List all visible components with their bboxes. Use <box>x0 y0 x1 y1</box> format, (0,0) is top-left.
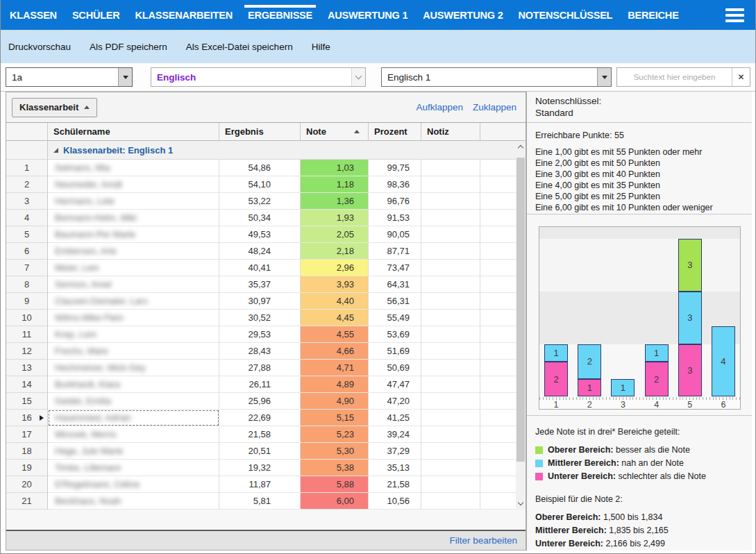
table-row[interactable]: 20D'Regelmann, Céline11,875,8821,58 <box>6 476 526 493</box>
menu-item-hilfe[interactable]: Hilfe <box>312 42 330 52</box>
note-cell[interactable]: 2,05 <box>301 226 369 243</box>
notiz-cell[interactable] <box>421 326 480 343</box>
exam-combobox[interactable]: Englisch 1 <box>381 67 612 87</box>
note-cell[interactable]: 4,71 <box>301 360 369 376</box>
search-input[interactable]: Suchtext hier eingeben ✕ <box>616 67 750 87</box>
ergebnis-cell[interactable]: 50,34 <box>219 210 301 226</box>
notiz-cell[interactable] <box>421 210 480 226</box>
ergebnis-cell[interactable]: 54,10 <box>219 176 301 193</box>
note-cell[interactable]: 2,18 <box>301 243 369 260</box>
ergebnis-cell[interactable]: 40,41 <box>219 260 301 276</box>
prozent-cell[interactable]: 47,47 <box>369 376 421 393</box>
bar-segment-blue[interactable]: 1 <box>645 344 669 362</box>
table-row[interactable]: 14Burkhardt, Klara26,114,8947,47 <box>6 376 526 393</box>
tab-auswertung-1[interactable]: AUSWERTUNG 1 <box>320 0 415 30</box>
group-header-row[interactable]: Klassenarbeit: Englisch 1 <box>6 141 526 160</box>
class-combobox-dropdown-button[interactable] <box>118 68 132 86</box>
student-name-cell[interactable]: Hechmeiser, Mick-Gey <box>48 360 219 376</box>
ergebnis-cell[interactable]: 48,24 <box>219 243 301 260</box>
header-note[interactable]: Note <box>301 123 369 141</box>
notiz-cell[interactable] <box>421 160 480 176</box>
subject-combobox-dropdown-button[interactable] <box>351 68 365 86</box>
note-cell[interactable]: 4,89 <box>301 376 369 393</box>
group-by-klassenarbeit-button[interactable]: Klassenarbeit <box>12 98 97 117</box>
student-name-cell[interactable]: Hege, Jule Marie <box>48 443 219 460</box>
bar-segment-pink[interactable]: 2 <box>645 362 669 397</box>
student-name-cell[interactable]: Beckhaus, Noah <box>48 493 219 510</box>
table-row[interactable]: 2Neumeder, Amdt54,101,1898,36 <box>6 176 526 193</box>
note-cell[interactable]: 5,15 <box>301 410 369 426</box>
table-row[interactable]: 3Hermann, Lete53,221,3696,76 <box>6 193 526 210</box>
menu-item-als-pdf-speichern[interactable]: Als PDF speichern <box>90 42 167 52</box>
header-notiz[interactable]: Notiz <box>421 123 480 141</box>
table-row[interactable]: 15Gelder, Emilia25,964,9047,20 <box>6 393 526 410</box>
tab-auswertung-2[interactable]: AUSWERTUNG 2 <box>415 0 510 30</box>
tab-ergebnisse[interactable]: ERGEBNISSE <box>240 0 320 30</box>
collapse-all-link[interactable]: Zuklappen <box>473 102 516 112</box>
ergebnis-cell[interactable]: 19,32 <box>219 460 301 476</box>
note-cell[interactable]: 5,30 <box>301 443 369 460</box>
notiz-cell[interactable] <box>421 426 480 443</box>
notiz-cell[interactable] <box>421 243 480 260</box>
edit-filter-link[interactable]: Filter bearbeiten <box>449 535 517 546</box>
notiz-cell[interactable] <box>421 360 480 376</box>
menu-item-als-excel-datei-speichern[interactable]: Als Excel-Datei speichern <box>186 42 293 52</box>
ergebnis-cell[interactable]: 20,51 <box>219 443 301 460</box>
bar-segment-blue[interactable]: 1 <box>611 379 635 396</box>
expand-all-link[interactable]: Aufklappen <box>416 102 463 112</box>
student-name-cell[interactable]: Mirosek, Merris <box>48 426 219 443</box>
group-expander-icon[interactable] <box>53 148 58 153</box>
notiz-cell[interactable] <box>421 276 480 293</box>
student-name-cell[interactable]: Frechs, Mare <box>48 343 219 360</box>
note-cell[interactable]: 4,40 <box>301 293 369 310</box>
student-name-cell[interactable]: Bermann-Helm, Mikl <box>48 210 219 226</box>
scroll-down-button[interactable] <box>516 498 526 510</box>
hamburger-menu-icon[interactable] <box>725 0 744 30</box>
bar-segment-pink[interactable]: 3 <box>678 344 702 397</box>
note-cell[interactable]: 2,96 <box>301 260 369 276</box>
prozent-cell[interactable]: 98,36 <box>369 176 421 193</box>
tab-sch-ler[interactable]: SCHÜLER <box>65 0 128 30</box>
table-row[interactable]: 4Bermann-Helm, Mikl50,341,9391,53 <box>6 210 526 226</box>
prozent-cell[interactable]: 39,24 <box>369 426 421 443</box>
student-name-cell[interactable]: Meier, Lein <box>48 260 219 276</box>
prozent-cell[interactable]: 53,69 <box>369 326 421 343</box>
header-prozent[interactable]: Prozent <box>369 123 421 141</box>
ergebnis-cell[interactable]: 29,53 <box>219 326 301 343</box>
ergebnis-cell[interactable]: 22,69 <box>219 410 301 426</box>
note-cell[interactable]: 4,45 <box>301 310 369 326</box>
table-row[interactable]: 21Beckhaus, Noah5,816,0010,56 <box>6 493 526 510</box>
vertical-scrollbar[interactable] <box>516 141 526 510</box>
notiz-cell[interactable] <box>421 393 480 410</box>
table-row[interactable]: 17Mirosek, Merris21,585,2339,24 <box>6 426 526 443</box>
prozent-cell[interactable]: 21,58 <box>369 476 421 493</box>
table-row[interactable]: 5Baumann-Per Marle49,532,0590,05 <box>6 226 526 243</box>
ergebnis-cell[interactable]: 25,96 <box>219 393 301 410</box>
prozent-cell[interactable]: 55,49 <box>369 310 421 326</box>
student-name-cell[interactable]: Hermann, Lete <box>48 193 219 210</box>
notiz-cell[interactable] <box>421 176 480 193</box>
student-name-cell[interactable]: Timke, Lillemare <box>48 460 219 476</box>
notiz-cell[interactable] <box>421 226 480 243</box>
notiz-cell[interactable] <box>421 193 480 210</box>
notiz-cell[interactable] <box>421 443 480 460</box>
ergebnis-cell[interactable]: 26,11 <box>219 376 301 393</box>
bar-segment-blue[interactable]: 4 <box>712 326 735 396</box>
notiz-cell[interactable] <box>421 310 480 326</box>
notiz-cell[interactable] <box>421 493 480 510</box>
ergebnis-cell[interactable]: 30,97 <box>219 293 301 310</box>
note-cell[interactable]: 4,55 <box>301 326 369 343</box>
ergebnis-cell[interactable]: 30,52 <box>219 310 301 326</box>
prozent-cell[interactable]: 10,56 <box>369 493 421 510</box>
notiz-cell[interactable] <box>421 460 480 476</box>
prozent-cell[interactable]: 47,20 <box>369 393 421 410</box>
header-ergebnis[interactable]: Ergebnis <box>219 123 301 141</box>
student-name-cell[interactable]: Gelder, Emilia <box>48 393 219 410</box>
student-name-cell[interactable]: Clausen-Demater, Lars <box>48 293 219 310</box>
bar-segment-blue[interactable]: 3 <box>678 292 702 344</box>
prozent-cell[interactable]: 73,47 <box>369 260 421 276</box>
notiz-cell[interactable] <box>421 260 480 276</box>
table-row[interactable]: 7Meier, Lein40,412,9673,47 <box>6 260 526 276</box>
note-cell[interactable]: 6,00 <box>301 493 369 510</box>
table-row[interactable]: 19Timke, Lillemare19,325,3835,13 <box>6 460 526 476</box>
